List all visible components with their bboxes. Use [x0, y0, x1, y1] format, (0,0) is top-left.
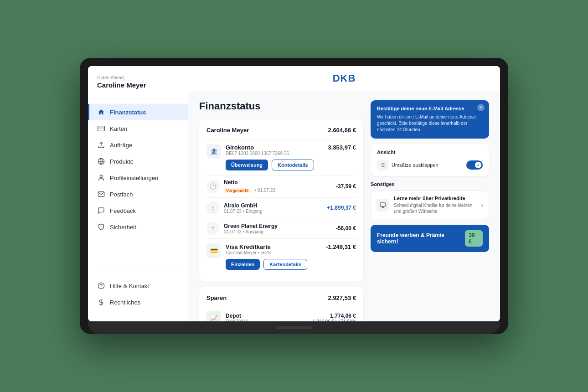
sidebar-item-auftraege[interactable]: Aufträge	[88, 137, 188, 153]
promo-content: Lerne mehr über Privatkredite Schnell di…	[394, 196, 481, 214]
left-panel: Finanzstatus Caroline Meyer 2.604,66 € 🏦	[199, 100, 363, 321]
airalo-details: Airalo GmbH 01.07.23 • Eingang	[224, 202, 322, 214]
svg-rect-0	[98, 126, 105, 131]
sidebar-divider	[97, 272, 179, 272]
sparen-total: 2.927,53 €	[328, 294, 356, 301]
home-icon	[97, 108, 105, 116]
girokonto-amount: 3.853,97 €	[328, 144, 356, 151]
freunde-card[interactable]: Freunde werben & Prämie sichern! 30 €	[371, 225, 489, 252]
depot-number: 500179916	[226, 319, 308, 322]
dkb-logo: DKB	[333, 72, 356, 84]
sonstiges-section: Sonstiges Lerne mehr über Privatkredite …	[371, 181, 489, 219]
chevron-right-icon: ›	[481, 201, 483, 209]
visa-amount: -1.249,31 €	[326, 243, 356, 250]
transaction-netto: 🕐 Netto Vorgemerkt • 01.07.23 -37,59 €	[206, 175, 356, 197]
ansicht-widget: Ansicht Umsätze ausklappen	[371, 144, 489, 176]
caroline-total: 2.604,66 €	[328, 127, 356, 134]
girokonto-name: Girokonto	[226, 144, 324, 151]
visa-actions: Einzahlen Kartendetails	[226, 259, 321, 270]
sidebar-nav: Finanzstatus Karten Aufträge	[88, 102, 188, 268]
sidebar-item-postfach[interactable]: Postfach	[88, 186, 188, 202]
sidebar-greeting: Guten Abend,	[97, 75, 179, 80]
sidebar-label-auftraege: Aufträge	[110, 142, 132, 149]
kartendetails-button[interactable]: Kartendetails	[263, 259, 307, 270]
laptop-base	[88, 321, 500, 334]
netto-date: • 01.07.23	[255, 188, 275, 193]
caroline-owner: Caroline Meyer	[206, 127, 249, 134]
depot-details: Depot 500179916	[226, 313, 308, 322]
clock-icon: 🕐	[206, 180, 219, 193]
outgoing-icon: ↑	[206, 222, 219, 235]
girokonto-details: Girokonto DE07 1203 0000 1367 7269 36 Üb…	[226, 144, 324, 170]
svg-point-5	[100, 175, 102, 177]
promo-row[interactable]: Lerne mehr über Privatkredite Schnell di…	[371, 191, 489, 219]
sidebar-label-sicherheit: Sicherheit	[110, 224, 136, 231]
page-title: Finanzstatus	[199, 100, 363, 112]
depot-sub-amount: 1.016,06 € | +74,64%	[313, 319, 356, 322]
netto-details: Netto Vorgemerkt • 01.07.23	[224, 179, 331, 194]
sidebar-label-rechtliches: Rechtliches	[110, 299, 140, 306]
bank-icon: 🏦	[206, 144, 221, 159]
depot-amount: 1.774,06 €	[313, 313, 356, 319]
visa-item: 💳 Visa Kreditkarte Caroline Meyer • 5678…	[206, 238, 356, 274]
visa-name: Visa Kreditkarte	[226, 243, 321, 250]
shield-icon	[97, 223, 105, 231]
mail-icon	[97, 190, 105, 198]
sidebar-item-finanzstatus[interactable]: Finanzstatus	[88, 104, 188, 120]
globe-icon	[97, 157, 105, 165]
toggle-label: Umsätze ausklappen	[392, 162, 438, 168]
einzahlen-button[interactable]: Einzahlen	[226, 259, 260, 270]
sidebar-item-hilfe[interactable]: Hilfe & Kontakt	[88, 278, 188, 294]
balance-icon	[97, 298, 105, 306]
sidebar-item-sicherheit[interactable]: Sicherheit	[88, 219, 188, 235]
girokonto-actions: Überweisung Kontodetails	[226, 160, 324, 170]
sparen-header: Sparen 2.927,53 €	[206, 294, 356, 301]
airalo-date: 01.07.23 • Eingang	[224, 209, 322, 214]
sidebar-label-feedback: Feedback	[110, 207, 136, 214]
toggle-knob: ✓	[475, 162, 481, 168]
sidebar-label-produkte: Produkte	[110, 158, 134, 165]
transaction-airalo: ↕ Airalo GmbH 01.07.23 • Eingang +1.899,…	[206, 197, 356, 218]
notification-close-button[interactable]: ✕	[477, 104, 485, 111]
visa-icon: 💳	[206, 243, 221, 258]
girokonto-item: 🏦 Girokonto DE07 1203 0000 1367 7269 36 …	[206, 139, 356, 175]
promo-icon	[377, 199, 389, 211]
toggle-switch[interactable]: ✓	[466, 160, 483, 170]
airalo-name: Airalo GmbH	[224, 202, 322, 209]
transaction-greenplanet: ↑ Green Planet Energy 01.07.23 • Ausgang…	[206, 218, 356, 238]
promo-subtitle: Schnell digital Kredite für deine kleine…	[394, 202, 481, 214]
vorgemerkt-tag: Vorgemerkt	[224, 188, 251, 193]
help-icon	[97, 282, 105, 290]
laptop-notch	[276, 326, 312, 329]
toggle-row: Umsätze ausklappen ✓	[377, 160, 483, 170]
greenplanet-name: Green Planet Energy	[224, 223, 331, 229]
sidebar-item-feedback[interactable]: Feedback	[88, 202, 188, 219]
content-wrapper: Finanzstatus Caroline Meyer 2.604,66 € 🏦	[188, 91, 500, 321]
chart-icon: 📈	[206, 311, 221, 321]
greenplanet-details: Green Planet Energy 01.07.23 • Ausgang	[224, 223, 331, 234]
netto-meta: Vorgemerkt • 01.07.23	[224, 186, 331, 194]
sidebar-username: Caroline Meyer	[97, 81, 179, 89]
notification-text: Wir haben dir eine E-Mail an deine neue …	[377, 114, 483, 133]
netto-amount: -37,59 €	[336, 183, 356, 190]
freunde-label: Freunde werben & Prämie sichern!	[377, 232, 465, 245]
sidebar-item-profileinstellungen[interactable]: Profileinstellungen	[88, 170, 188, 186]
cash-badge: 30 €	[465, 230, 483, 247]
visa-details: Visa Kreditkarte Caroline Meyer • 5678 E…	[226, 243, 321, 270]
ueberweisung-button[interactable]: Überweisung	[226, 160, 268, 170]
notification-card: ✕ Bestätige deine neue E-Mail Adresse Wi…	[371, 100, 489, 139]
sidebar-item-karten[interactable]: Karten	[88, 120, 188, 137]
sidebar-item-produkte[interactable]: Produkte	[88, 153, 188, 170]
transfer-icon: ↕	[206, 201, 219, 214]
depot-name: Depot	[226, 313, 308, 319]
netto-name: Netto	[224, 179, 331, 186]
notification-title: Bestätige deine neue E-Mail Adresse	[377, 106, 483, 111]
sidebar-label-profileinstellungen: Profileinstellungen	[110, 175, 158, 181]
sonstiges-title: Sonstiges	[371, 181, 489, 187]
sidebar-item-rechtliches[interactable]: Rechtliches	[88, 294, 188, 310]
app-container: Guten Abend, Caroline Meyer Finanzstatus	[88, 66, 500, 321]
visa-owner: Caroline Meyer • 5678	[226, 250, 321, 255]
kontodetails-button[interactable]: Kontodetails	[272, 160, 314, 170]
sparen-title: Sparen	[206, 294, 227, 301]
ansicht-title: Ansicht	[377, 150, 483, 155]
